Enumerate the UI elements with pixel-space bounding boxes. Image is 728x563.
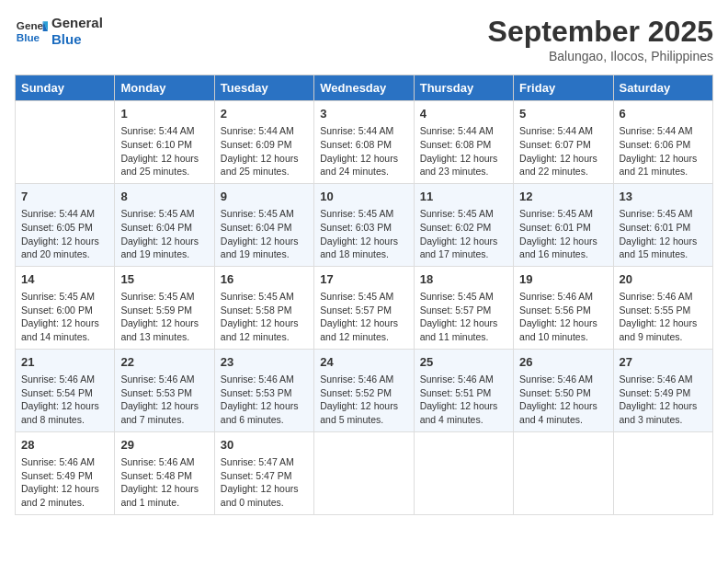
day-cell: 26Sunrise: 5:46 AM Sunset: 5:50 PM Dayli… (514, 349, 613, 431)
day-info: Sunrise: 5:46 AM Sunset: 5:49 PM Dayligh… (21, 455, 108, 510)
day-number: 18 (420, 271, 507, 288)
day-info: Sunrise: 5:44 AM Sunset: 6:07 PM Dayligh… (519, 124, 607, 178)
day-info: Sunrise: 5:44 AM Sunset: 6:08 PM Dayligh… (420, 124, 507, 178)
day-info: Sunrise: 5:46 AM Sunset: 5:55 PM Dayligh… (620, 290, 707, 344)
day-cell: 18Sunrise: 5:45 AM Sunset: 5:57 PM Dayli… (414, 266, 513, 349)
header-cell-saturday: Saturday (613, 75, 712, 101)
header-row: SundayMondayTuesdayWednesdayThursdayFrid… (16, 75, 713, 101)
week-row-4: 21Sunrise: 5:46 AM Sunset: 5:54 PM Dayli… (16, 349, 713, 431)
day-number: 1 (120, 106, 208, 122)
day-cell: 1Sunrise: 5:44 AM Sunset: 6:10 PM Daylig… (115, 101, 214, 184)
logo-general: General (51, 15, 103, 31)
day-cell: 17Sunrise: 5:45 AM Sunset: 5:57 PM Dayli… (314, 266, 414, 349)
header: General Blue General Blue September 2025… (15, 15, 713, 63)
day-cell: 13Sunrise: 5:45 AM Sunset: 6:01 PM Dayli… (613, 183, 712, 266)
header-cell-thursday: Thursday (414, 75, 513, 101)
day-info: Sunrise: 5:44 AM Sunset: 6:06 PM Dayligh… (620, 124, 707, 178)
day-number: 14 (21, 271, 108, 288)
day-number: 2 (221, 106, 308, 122)
day-cell: 21Sunrise: 5:46 AM Sunset: 5:54 PM Dayli… (16, 349, 115, 431)
day-number: 25 (420, 354, 507, 371)
day-cell (613, 431, 712, 514)
day-info: Sunrise: 5:45 AM Sunset: 6:04 PM Dayligh… (120, 207, 208, 261)
day-number: 10 (320, 189, 407, 205)
day-cell: 25Sunrise: 5:46 AM Sunset: 5:51 PM Dayli… (414, 349, 513, 431)
day-info: Sunrise: 5:45 AM Sunset: 5:59 PM Dayligh… (120, 290, 208, 344)
day-number: 20 (620, 271, 707, 288)
day-info: Sunrise: 5:46 AM Sunset: 5:53 PM Dayligh… (120, 373, 208, 427)
day-cell (314, 431, 414, 514)
day-number: 8 (120, 189, 208, 205)
day-number: 4 (420, 106, 507, 122)
day-cell (414, 431, 513, 514)
day-cell: 24Sunrise: 5:46 AM Sunset: 5:52 PM Dayli… (314, 349, 414, 431)
day-number: 19 (519, 271, 607, 288)
day-info: Sunrise: 5:46 AM Sunset: 5:54 PM Dayligh… (21, 373, 108, 427)
day-number: 21 (21, 354, 108, 371)
day-info: Sunrise: 5:46 AM Sunset: 5:48 PM Dayligh… (120, 455, 208, 510)
calendar-header: SundayMondayTuesdayWednesdayThursdayFrid… (16, 75, 713, 101)
day-cell (514, 431, 613, 514)
header-cell-monday: Monday (115, 75, 214, 101)
svg-text:Blue: Blue (17, 31, 40, 43)
day-info: Sunrise: 5:45 AM Sunset: 6:01 PM Dayligh… (519, 207, 607, 261)
day-number: 24 (320, 354, 407, 371)
day-number: 23 (221, 354, 308, 371)
day-info: Sunrise: 5:47 AM Sunset: 5:47 PM Dayligh… (221, 455, 308, 510)
logo-icon: General Blue (15, 15, 48, 48)
day-number: 26 (519, 354, 607, 371)
day-cell: 14Sunrise: 5:45 AM Sunset: 6:00 PM Dayli… (16, 266, 115, 349)
day-cell: 8Sunrise: 5:45 AM Sunset: 6:04 PM Daylig… (115, 183, 214, 266)
day-info: Sunrise: 5:46 AM Sunset: 5:53 PM Dayligh… (221, 373, 308, 427)
day-info: Sunrise: 5:46 AM Sunset: 5:51 PM Dayligh… (420, 373, 507, 427)
day-cell: 12Sunrise: 5:45 AM Sunset: 6:01 PM Dayli… (514, 183, 613, 266)
day-info: Sunrise: 5:45 AM Sunset: 6:04 PM Dayligh… (221, 207, 308, 261)
day-number: 15 (120, 271, 208, 288)
day-number: 3 (320, 106, 407, 122)
day-number: 9 (221, 189, 308, 205)
day-info: Sunrise: 5:44 AM Sunset: 6:10 PM Dayligh… (120, 124, 208, 178)
day-info: Sunrise: 5:44 AM Sunset: 6:08 PM Dayligh… (320, 124, 407, 178)
day-number: 12 (519, 189, 607, 205)
week-row-5: 28Sunrise: 5:46 AM Sunset: 5:49 PM Dayli… (16, 431, 713, 514)
header-cell-sunday: Sunday (16, 75, 115, 101)
day-info: Sunrise: 5:46 AM Sunset: 5:49 PM Dayligh… (620, 373, 707, 427)
header-cell-wednesday: Wednesday (314, 75, 414, 101)
day-number: 11 (420, 189, 507, 205)
day-cell: 20Sunrise: 5:46 AM Sunset: 5:55 PM Dayli… (613, 266, 712, 349)
day-info: Sunrise: 5:44 AM Sunset: 6:05 PM Dayligh… (21, 207, 108, 261)
week-row-3: 14Sunrise: 5:45 AM Sunset: 6:00 PM Dayli… (16, 266, 713, 349)
day-cell: 2Sunrise: 5:44 AM Sunset: 6:09 PM Daylig… (214, 101, 313, 184)
day-cell: 7Sunrise: 5:44 AM Sunset: 6:05 PM Daylig… (16, 183, 115, 266)
day-info: Sunrise: 5:44 AM Sunset: 6:09 PM Dayligh… (221, 124, 308, 178)
logo-blue: Blue (51, 31, 103, 48)
calendar-body: 1Sunrise: 5:44 AM Sunset: 6:10 PM Daylig… (16, 101, 713, 515)
day-number: 16 (221, 271, 308, 288)
day-cell (16, 101, 115, 184)
location-title: Balungao, Ilocos, Philippines (488, 49, 713, 63)
day-info: Sunrise: 5:45 AM Sunset: 5:57 PM Dayligh… (320, 290, 407, 344)
day-cell: 23Sunrise: 5:46 AM Sunset: 5:53 PM Dayli… (214, 349, 313, 431)
day-cell: 6Sunrise: 5:44 AM Sunset: 6:06 PM Daylig… (613, 101, 712, 184)
day-number: 27 (620, 354, 707, 371)
day-number: 22 (120, 354, 208, 371)
calendar-table: SundayMondayTuesdayWednesdayThursdayFrid… (15, 75, 713, 515)
day-number: 6 (620, 106, 707, 122)
day-number: 28 (21, 437, 108, 454)
day-number: 29 (120, 437, 208, 454)
day-info: Sunrise: 5:45 AM Sunset: 6:03 PM Dayligh… (320, 207, 407, 261)
day-info: Sunrise: 5:46 AM Sunset: 5:56 PM Dayligh… (519, 290, 607, 344)
day-cell: 9Sunrise: 5:45 AM Sunset: 6:04 PM Daylig… (214, 183, 313, 266)
day-cell: 15Sunrise: 5:45 AM Sunset: 5:59 PM Dayli… (115, 266, 214, 349)
day-cell: 4Sunrise: 5:44 AM Sunset: 6:08 PM Daylig… (414, 101, 513, 184)
day-cell: 10Sunrise: 5:45 AM Sunset: 6:03 PM Dayli… (314, 183, 414, 266)
day-info: Sunrise: 5:45 AM Sunset: 6:02 PM Dayligh… (420, 207, 507, 261)
day-cell: 22Sunrise: 5:46 AM Sunset: 5:53 PM Dayli… (115, 349, 214, 431)
day-cell: 5Sunrise: 5:44 AM Sunset: 6:07 PM Daylig… (514, 101, 613, 184)
day-number: 13 (620, 189, 707, 205)
week-row-2: 7Sunrise: 5:44 AM Sunset: 6:05 PM Daylig… (16, 183, 713, 266)
title-area: September 2025 Balungao, Ilocos, Philipp… (488, 15, 713, 63)
month-title: September 2025 (488, 15, 713, 49)
day-number: 7 (21, 189, 108, 205)
logo: General Blue General Blue (15, 15, 103, 48)
